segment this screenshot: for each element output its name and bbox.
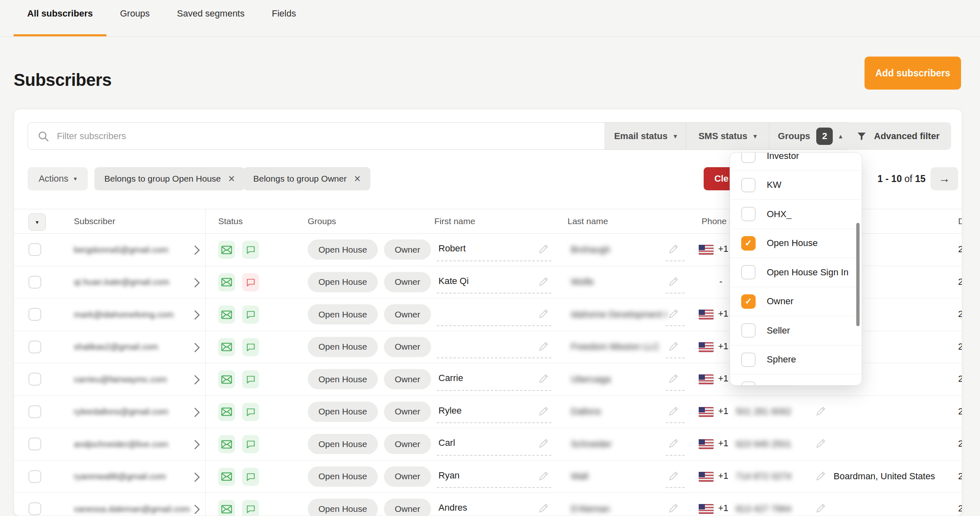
dropdown-item-seller[interactable]: Seller	[730, 316, 862, 346]
subscriber-email-blurred[interactable]: ryanmwall8@gmail.com	[74, 461, 166, 493]
edit-pencil-icon[interactable]	[668, 341, 679, 354]
subscriber-email-blurred[interactable]: bergdonna5@gmail.com	[74, 234, 168, 266]
advanced-filter-button[interactable]: Advanced filter	[845, 122, 951, 150]
row-checkbox[interactable]	[28, 341, 41, 353]
remove-chip-icon[interactable]: ×	[354, 173, 360, 185]
dropdown-item-owner[interactable]: ✓Owner	[730, 287, 862, 317]
edit-pencil-icon[interactable]	[538, 406, 549, 419]
edit-pencil-icon[interactable]	[668, 373, 679, 386]
dropdown-item-ohx-[interactable]: OHX_	[730, 200, 862, 229]
tab-all-subscribers[interactable]: All subscribers	[14, 0, 106, 36]
checkbox[interactable]	[741, 178, 756, 192]
subscriber-email-blurred[interactable]: andjschneider@live.com	[74, 428, 168, 460]
last-name-cell[interactable]: Schneider	[568, 428, 685, 460]
edit-pencil-icon[interactable]	[668, 406, 679, 419]
edit-pencil-icon[interactable]	[538, 276, 549, 289]
last-name-cell[interactable]: D'Aleman	[568, 493, 685, 516]
last-name-cell[interactable]: Idahome Development I	[568, 298, 685, 331]
add-subscribers-button[interactable]: Add subscribers	[865, 57, 961, 90]
edit-pencil-icon[interactable]	[538, 503, 549, 516]
sms-status-filter[interactable]: SMS status ▾	[686, 123, 769, 149]
chevron-right-icon[interactable]	[192, 407, 201, 420]
edit-pencil-icon[interactable]	[668, 276, 679, 289]
first-name-cell[interactable]: Rylee	[437, 396, 551, 428]
row-checkbox[interactable]	[28, 308, 41, 321]
last-name-cell[interactable]: Dallons	[568, 396, 685, 428]
row-checkbox[interactable]	[28, 502, 41, 515]
checkbox[interactable]	[741, 323, 756, 338]
edit-pencil-icon[interactable]	[538, 244, 549, 256]
dropdown-item-open-house[interactable]: ✓Open House	[730, 229, 862, 258]
edit-pencil-icon[interactable]	[815, 406, 826, 419]
row-checkbox[interactable]	[28, 438, 41, 450]
first-name-cell[interactable]: Andres	[437, 493, 551, 516]
edit-pencil-icon[interactable]	[538, 438, 549, 451]
row-checkbox[interactable]	[28, 276, 41, 289]
checked-checkbox[interactable]: ✓	[741, 294, 756, 309]
email-status-filter[interactable]: Email status ▾	[605, 123, 686, 149]
subscriber-email-blurred[interactable]: qi.huan.kate@gmail.com	[74, 266, 169, 298]
first-name-cell[interactable]: Carl	[437, 428, 551, 460]
row-checkbox[interactable]	[28, 373, 41, 386]
row-checkbox[interactable]	[28, 405, 41, 418]
chevron-right-icon[interactable]	[192, 277, 201, 290]
remove-chip-icon[interactable]: ×	[229, 173, 235, 185]
checkbox[interactable]	[741, 353, 756, 367]
phone-cell[interactable]: +1813 427 7964	[699, 493, 827, 516]
next-page-button[interactable]: →	[931, 167, 958, 190]
search-box[interactable]	[28, 123, 605, 149]
dropdown-item-kw[interactable]: KW	[730, 171, 862, 200]
phone-cell[interactable]: +1714 872 0274	[699, 461, 827, 493]
subscriber-email-blurred[interactable]: ryleedallons@gmail.com	[74, 396, 168, 428]
first-name-cell[interactable]: Ryan	[437, 461, 551, 493]
chevron-right-icon[interactable]	[192, 504, 201, 516]
tab-fields[interactable]: Fields	[258, 0, 310, 36]
row-checkbox[interactable]	[28, 470, 41, 483]
dropdown-scrollbar[interactable]	[856, 223, 860, 326]
actions-dropdown-button[interactable]: Actions ▾	[28, 167, 88, 190]
dropdown-item-investor[interactable]: Investor	[730, 152, 862, 171]
checkbox[interactable]	[741, 207, 756, 221]
last-name-cell[interactable]: Wall	[568, 461, 685, 493]
phone-cell[interactable]: +1623 949 2501	[699, 428, 827, 460]
edit-pencil-icon[interactable]	[668, 503, 679, 516]
first-name-cell[interactable]: Kate Qi	[437, 266, 551, 298]
row-checkbox[interactable]	[28, 243, 41, 256]
edit-pencil-icon[interactable]	[815, 438, 826, 451]
subscriber-email-blurred[interactable]: mark@idahomeliving.com	[74, 298, 174, 331]
subscriber-email-blurred[interactable]: shalikas2@gmail.com	[74, 331, 158, 363]
last-name-cell[interactable]: Freedom Mission LLC	[568, 331, 685, 363]
checkbox[interactable]	[741, 381, 756, 386]
first-name-cell[interactable]	[437, 331, 551, 363]
edit-pencil-icon[interactable]	[538, 341, 549, 354]
edit-pencil-icon[interactable]	[668, 308, 679, 321]
dropdown-item-sphere[interactable]: Sphere	[730, 346, 862, 375]
edit-pencil-icon[interactable]	[538, 373, 549, 386]
last-name-cell[interactable]: Brohaugh	[568, 234, 685, 266]
tab-groups[interactable]: Groups	[106, 0, 163, 36]
first-name-cell[interactable]: Robert	[437, 234, 551, 266]
edit-pencil-icon[interactable]	[668, 438, 679, 451]
chevron-right-icon[interactable]	[192, 471, 201, 485]
checked-checkbox[interactable]: ✓	[741, 236, 756, 251]
edit-pencil-icon[interactable]	[668, 471, 679, 483]
select-all-dropdown[interactable]: ▾	[28, 213, 46, 231]
edit-pencil-icon[interactable]	[538, 471, 549, 483]
phone-cell[interactable]: +1501 281 6062	[699, 396, 827, 428]
chevron-right-icon[interactable]	[192, 439, 201, 452]
subscriber-email-blurred[interactable]: carrieu@fairwaymc.com	[74, 363, 167, 395]
search-input[interactable]	[56, 130, 605, 142]
chevron-right-icon[interactable]	[192, 309, 201, 322]
chevron-right-icon[interactable]	[192, 342, 201, 355]
dropdown-item-open-house-sign-in[interactable]: Open House Sign In	[730, 258, 862, 287]
first-name-cell[interactable]	[437, 298, 551, 331]
last-name-cell[interactable]: Wolfe	[568, 266, 685, 298]
dropdown-item[interactable]	[730, 374, 862, 386]
chevron-right-icon[interactable]	[192, 374, 201, 387]
last-name-cell[interactable]: Uberuaga	[568, 363, 685, 395]
first-name-cell[interactable]: Carrie	[437, 363, 551, 395]
groups-filter[interactable]: Groups 2 ▴	[769, 123, 851, 149]
edit-pencil-icon[interactable]	[668, 244, 679, 256]
subscriber-email-blurred[interactable]: vanessa.daleman@gmail.com	[74, 493, 190, 516]
checkbox[interactable]	[741, 152, 756, 163]
